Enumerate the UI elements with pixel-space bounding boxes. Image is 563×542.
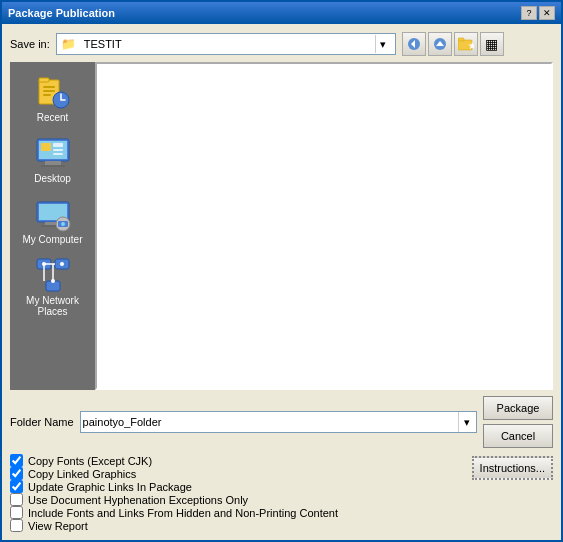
window-controls: ? ✕ [521,6,555,20]
up-button[interactable] [428,32,452,56]
recent-icon [35,74,71,110]
document-hyphenation-checkbox[interactable] [10,493,23,506]
main-panel: Recent [10,62,553,390]
sidebar-item-recent-label: Recent [37,112,69,123]
save-in-label: Save in: [10,38,50,50]
toolbar-buttons: ★ ▦ [402,32,504,56]
path-dropdown-arrow[interactable]: ▾ [375,35,391,53]
sidebar-item-desktop-label: Desktop [34,173,71,184]
document-hyphenation-label[interactable]: Use Document Hyphenation Exceptions Only [28,494,248,506]
instructions-section: Instructions... [472,454,553,480]
include-fonts-links-label[interactable]: Include Fonts and Links From Hidden and … [28,507,338,519]
help-button[interactable]: ? [521,6,537,20]
copy-linked-graphics-checkbox[interactable] [10,467,23,480]
save-in-path: TESTIT [84,38,122,50]
file-browser[interactable] [95,62,553,390]
copy-linked-graphics-label[interactable]: Copy Linked Graphics [28,468,136,480]
svg-rect-11 [43,94,51,96]
checkbox-view-report: View Report [10,519,464,532]
view-report-label[interactable]: View Report [28,520,88,532]
svg-rect-18 [53,143,63,147]
sidebar-item-my-network-label: My Network Places [19,295,86,317]
svg-rect-16 [41,165,65,167]
folder-name-label: Folder Name [10,416,74,428]
bottom-section: Copy Fonts (Except CJK) Copy Linked Grap… [10,454,553,532]
copy-fonts-checkbox[interactable] [10,454,23,467]
checkbox-document-hyphenation: Use Document Hyphenation Exceptions Only [10,493,464,506]
checkbox-update-graphic-links: Update Graphic Links In Package [10,480,464,493]
close-button[interactable]: ✕ [539,6,555,20]
checkbox-include-fonts-links: Include Fonts and Links From Hidden and … [10,506,464,519]
desktop-icon [35,135,71,171]
folder-name-section: Folder Name painotyo_Folder ▾ Package Ca… [10,396,553,448]
package-publication-window: Package Publication ? ✕ Save in: 📁 TESTI… [0,0,563,542]
folder-name-dropdown-arrow[interactable]: ▾ [458,412,474,432]
instructions-button[interactable]: Instructions... [472,456,553,480]
checkbox-copy-linked-graphics: Copy Linked Graphics [10,467,464,480]
svg-rect-20 [53,153,63,155]
sidebar-item-recent[interactable]: Recent [15,70,90,127]
cancel-button[interactable]: Cancel [483,424,553,448]
include-fonts-links-checkbox[interactable] [10,506,23,519]
window-title: Package Publication [8,7,115,19]
my-computer-icon [35,196,71,232]
svg-point-35 [60,262,64,266]
svg-point-36 [51,279,55,283]
svg-rect-9 [43,86,55,88]
package-button[interactable]: Package [483,396,553,420]
view-report-checkbox[interactable] [10,519,23,532]
svg-rect-8 [39,78,49,82]
checkbox-copy-fonts: Copy Fonts (Except CJK) [10,454,464,467]
update-graphic-links-checkbox[interactable] [10,480,23,493]
content-area: Save in: 📁 TESTIT ▾ ★ [2,24,561,540]
new-folder-button[interactable]: ★ [454,32,478,56]
my-network-icon [35,257,71,293]
sidebar-item-desktop[interactable]: Desktop [15,131,90,188]
save-in-dropdown[interactable]: 📁 TESTIT ▾ [56,33,396,55]
sidebar-item-my-computer-label: My Computer [22,234,82,245]
folder-name-input[interactable]: painotyo_Folder ▾ [80,411,477,433]
action-buttons: Package Cancel [483,396,553,448]
update-graphic-links-label[interactable]: Update Graphic Links In Package [28,481,192,493]
save-in-row: Save in: 📁 TESTIT ▾ ★ [10,32,553,56]
sidebar-item-my-computer[interactable]: My Computer [15,192,90,249]
svg-point-27 [61,222,65,226]
title-bar: Package Publication ? ✕ [2,2,561,24]
copy-fonts-label[interactable]: Copy Fonts (Except CJK) [28,455,152,467]
folder-name-value: painotyo_Folder [83,416,458,428]
svg-point-34 [42,262,46,266]
sidebar-item-my-network[interactable]: My Network Places [15,253,90,321]
back-button[interactable] [402,32,426,56]
svg-rect-10 [43,90,55,92]
svg-rect-17 [41,143,51,151]
views-button[interactable]: ▦ [480,32,504,56]
svg-rect-19 [53,149,63,151]
checkboxes-column: Copy Fonts (Except CJK) Copy Linked Grap… [10,454,464,532]
svg-text:★: ★ [468,41,474,51]
folder-icon-small: 📁 [61,37,76,51]
sidebar: Recent [10,62,95,390]
svg-rect-15 [45,161,61,165]
svg-rect-5 [458,38,464,41]
